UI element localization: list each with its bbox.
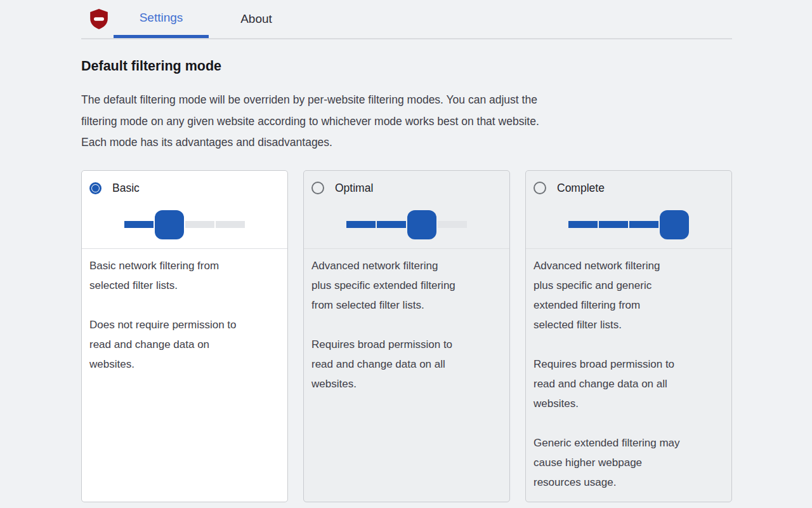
tab-about-label: About — [240, 12, 272, 26]
mode-radio-basic[interactable] — [89, 182, 102, 194]
mode-radio-row: Basic — [89, 182, 280, 195]
slider-segment-empty — [216, 221, 245, 228]
mode-description-complete: Advanced network filtering plus specific… — [526, 249, 731, 500]
tab-bar: Settings About — [81, 0, 732, 39]
mode-description-basic: Basic network filtering from selected fi… — [82, 249, 287, 382]
ublock-shield-icon — [88, 8, 110, 30]
filtering-level-slider-basic[interactable] — [124, 210, 245, 239]
mode-card-complete[interactable]: Complete Advanced network filtering plus… — [525, 170, 732, 502]
mode-radio-row: Complete — [534, 182, 724, 195]
mode-label-optimal: Optimal — [335, 182, 373, 195]
mode-radio-optimal[interactable] — [311, 182, 324, 194]
mode-card-basic[interactable]: Basic Basic network filtering from selec… — [81, 170, 288, 502]
page-description: The default filtering mode will be overr… — [81, 90, 732, 154]
mode-description-paragraph: Requires broad permission to read and ch… — [311, 335, 502, 394]
mode-description-paragraph: Does not require permission to read and … — [89, 315, 280, 374]
mode-description-paragraph: Advanced network filtering plus specific… — [534, 256, 724, 335]
mode-description-paragraph: Generic extended filtering may cause hig… — [534, 433, 724, 492]
slider-segment-filled — [377, 221, 406, 228]
slider-segment-filled — [568, 221, 598, 228]
slider-thumb[interactable] — [407, 210, 436, 239]
mode-description-optimal: Advanced network filtering plus specific… — [304, 249, 509, 401]
tab-about[interactable]: About — [209, 0, 304, 38]
slider-segment-filled — [124, 221, 154, 228]
filtering-level-slider-optimal[interactable] — [346, 210, 467, 239]
mode-description-paragraph: Advanced network filtering plus specific… — [311, 256, 502, 315]
mode-card-optimal[interactable]: Optimal Advanced network filtering plus … — [303, 170, 510, 502]
mode-card-head: Basic — [82, 171, 287, 248]
settings-page: Settings About Default filtering mode Th… — [0, 0, 812, 502]
mode-card-head: Complete — [526, 171, 731, 248]
slider-thumb[interactable] — [155, 210, 184, 239]
filtering-level-slider-complete[interactable] — [568, 210, 689, 239]
slider-segment-filled — [346, 221, 376, 228]
page-title: Default filtering mode — [81, 58, 732, 74]
slider-segment-filled — [629, 221, 658, 228]
mode-description-paragraph: Basic network filtering from selected fi… — [89, 256, 280, 295]
slider-segment-empty — [185, 221, 214, 228]
slider-segment-filled — [599, 221, 628, 228]
modes-grid: Basic Basic network filtering from selec… — [81, 170, 732, 502]
mode-radio-complete[interactable] — [534, 182, 546, 194]
mode-label-basic: Basic — [112, 182, 140, 195]
slider-segment-empty — [438, 221, 467, 228]
mode-radio-row: Optimal — [311, 182, 502, 195]
mode-card-head: Optimal — [304, 171, 509, 248]
tab-settings-label: Settings — [140, 11, 183, 25]
radio-dot-icon — [92, 185, 99, 192]
slider-thumb[interactable] — [660, 210, 689, 239]
mode-description-paragraph: Requires broad permission to read and ch… — [534, 354, 724, 413]
mode-label-complete: Complete — [557, 182, 605, 195]
tab-settings[interactable]: Settings — [114, 0, 209, 38]
